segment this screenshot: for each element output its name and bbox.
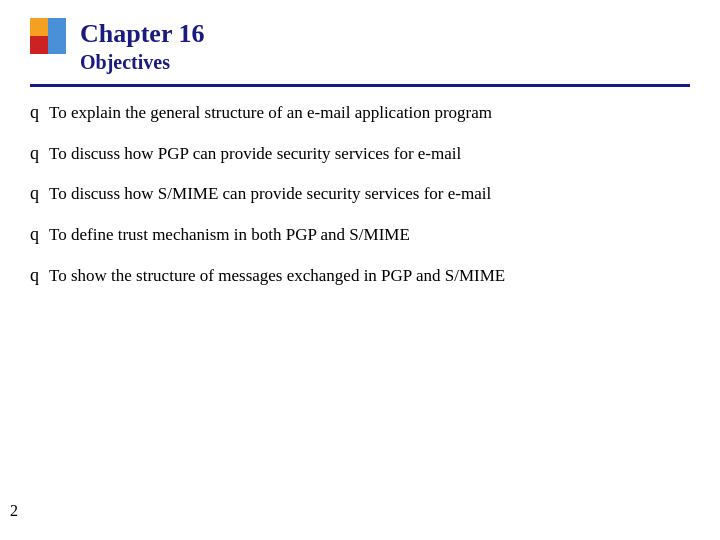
- objective-text: To discuss how PGP can provide security …: [49, 142, 461, 167]
- objective-item: qTo discuss how PGP can provide security…: [30, 142, 690, 167]
- content-area: qTo explain the general structure of an …: [0, 87, 720, 318]
- chapter-title: Chapter 16: [80, 18, 204, 49]
- objective-text: To explain the general structure of an e…: [49, 101, 492, 126]
- checkbox-symbol: q: [30, 102, 39, 123]
- objective-item: qTo explain the general structure of an …: [30, 101, 690, 126]
- checkbox-symbol: q: [30, 143, 39, 164]
- objective-item: qTo show the structure of messages excha…: [30, 264, 690, 289]
- objectives-title: Objectives: [80, 51, 204, 74]
- header-text-block: Chapter 16 Objectives: [80, 18, 204, 74]
- icon-sq-red: [30, 36, 48, 54]
- icon-sq-blue: [48, 18, 66, 36]
- checkbox-symbol: q: [30, 224, 39, 245]
- page-number: 2: [10, 502, 18, 520]
- icon-sq-blue2: [48, 36, 66, 54]
- checkbox-symbol: q: [30, 183, 39, 204]
- objective-text: To show the structure of messages exchan…: [49, 264, 505, 289]
- objective-item: qTo discuss how S/MIME can provide secur…: [30, 182, 690, 207]
- objective-text: To define trust mechanism in both PGP an…: [49, 223, 410, 248]
- objective-item: qTo define trust mechanism in both PGP a…: [30, 223, 690, 248]
- icon-sq-orange: [30, 18, 48, 36]
- objective-text: To discuss how S/MIME can provide securi…: [49, 182, 491, 207]
- page-header: Chapter 16 Objectives: [0, 0, 720, 84]
- color-icon: [30, 18, 66, 54]
- checkbox-symbol: q: [30, 265, 39, 286]
